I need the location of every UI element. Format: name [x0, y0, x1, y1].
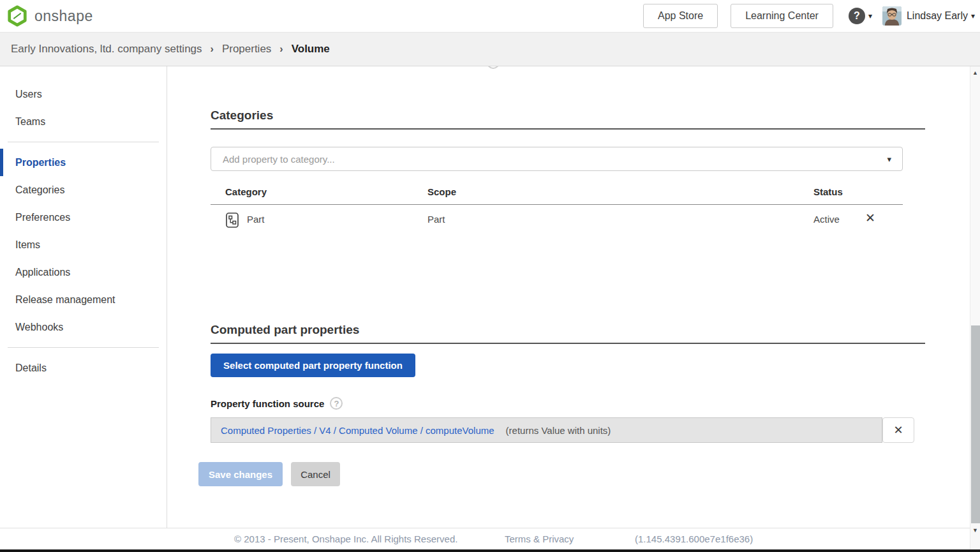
combobox-caret-icon[interactable]: ▾ — [887, 154, 902, 164]
scrollbar-down-icon[interactable]: ▼ — [970, 527, 980, 533]
save-changes-button[interactable]: Save changes — [198, 462, 283, 486]
column-header-status: Status — [813, 186, 843, 197]
category-tree-icon — [226, 213, 239, 228]
main-content: Categories ▾ Category Scope Status Part … — [168, 66, 970, 528]
column-header-category: Category — [225, 186, 267, 197]
property-function-source-field: Computed Properties / V4 / Computed Volu… — [211, 417, 882, 443]
computed-section-title: Computed part properties — [211, 323, 925, 344]
app-store-button[interactable]: App Store — [643, 4, 718, 28]
breadcrumb-properties[interactable]: Properties — [222, 43, 271, 56]
status-badge: Active — [813, 214, 840, 225]
add-category-combobox[interactable]: ▾ — [211, 147, 903, 171]
chevron-down-icon: ▾ — [971, 11, 975, 20]
sidebar-item-details[interactable]: Details — [0, 354, 167, 382]
select-computed-function-button[interactable]: Select computed part property function — [211, 354, 415, 377]
categories-table-header: Category Scope Status — [211, 184, 903, 205]
help-menu[interactable]: ? ▾ — [849, 8, 872, 24]
sidebar-item-release-management[interactable]: Release management — [0, 286, 167, 313]
column-header-scope: Scope — [427, 186, 456, 197]
table-row: Part Part Active ✕ — [211, 205, 903, 234]
sidebar-item-webhooks[interactable]: Webhooks — [0, 313, 167, 341]
chevron-down-icon: ▾ — [868, 11, 872, 20]
avatar[interactable] — [882, 6, 902, 26]
breadcrumb-separator: › — [279, 43, 283, 55]
function-source-link[interactable]: Computed Properties / V4 / Computed Volu… — [221, 425, 494, 436]
window-bottom-edge — [0, 549, 980, 552]
logo-wordmark: onshape — [34, 8, 93, 25]
sidebar-item-teams[interactable]: Teams — [0, 108, 167, 135]
scrollbar-thumb[interactable] — [971, 325, 980, 523]
breadcrumb-current-page: Volume — [292, 43, 330, 56]
breadcrumb-separator: › — [211, 43, 214, 55]
sidebar-divider — [8, 347, 159, 348]
avatar-image — [882, 6, 902, 26]
settings-sidebar: Users Teams Properties Categories Prefer… — [0, 66, 167, 528]
sidebar-item-properties[interactable]: Properties — [0, 149, 167, 176]
copyright-text: © 2013 - Present, Onshape Inc. All Right… — [234, 528, 457, 549]
cell-scope: Part — [427, 214, 445, 225]
help-icon[interactable]: ? — [849, 8, 865, 24]
cancel-button[interactable]: Cancel — [291, 462, 340, 486]
sidebar-item-applications[interactable]: Applications — [0, 258, 167, 286]
scrollbar-up-icon[interactable]: ▲ — [970, 70, 980, 76]
onshape-logo-icon — [6, 5, 28, 27]
clear-source-button[interactable]: ✕ — [882, 417, 914, 443]
version-text: (1.145.4391.600e7e1f6e36) — [635, 528, 753, 549]
sidebar-item-categories[interactable]: Categories — [0, 176, 167, 204]
learning-center-button[interactable]: Learning Center — [731, 4, 833, 28]
function-source-note: (returns Value with units) — [506, 425, 611, 436]
top-header: onshape App Store Learning Center ? ▾ Li… — [0, 0, 980, 32]
onshape-logo[interactable]: onshape — [6, 5, 93, 27]
remove-category-icon[interactable]: ✕ — [865, 212, 875, 224]
terms-privacy-link[interactable]: Terms & Privacy — [505, 528, 574, 549]
sidebar-item-items[interactable]: Items — [0, 231, 167, 258]
add-category-input[interactable] — [211, 154, 887, 165]
categories-section-title: Categories — [211, 108, 925, 130]
user-name: Lindsay Early — [907, 10, 968, 22]
breadcrumb: Early Innovations, ltd. company settings… — [0, 32, 980, 66]
help-circle-icon[interactable]: ? — [330, 397, 343, 410]
cell-category: Part — [247, 214, 265, 225]
page-footer: © 2013 - Present, Onshape Inc. All Right… — [0, 528, 980, 549]
clipped-help-icon — [487, 66, 500, 69]
sidebar-item-preferences[interactable]: Preferences — [0, 204, 167, 231]
sidebar-divider — [8, 142, 159, 142]
sidebar-item-users[interactable]: Users — [0, 80, 167, 108]
user-menu[interactable]: Lindsay Early ▾ — [907, 10, 975, 22]
property-function-source-label: Property function source — [211, 398, 324, 409]
vertical-scrollbar[interactable]: ▲ ▼ — [970, 66, 980, 549]
breadcrumb-company[interactable]: Early Innovations, ltd. company settings — [11, 43, 202, 56]
